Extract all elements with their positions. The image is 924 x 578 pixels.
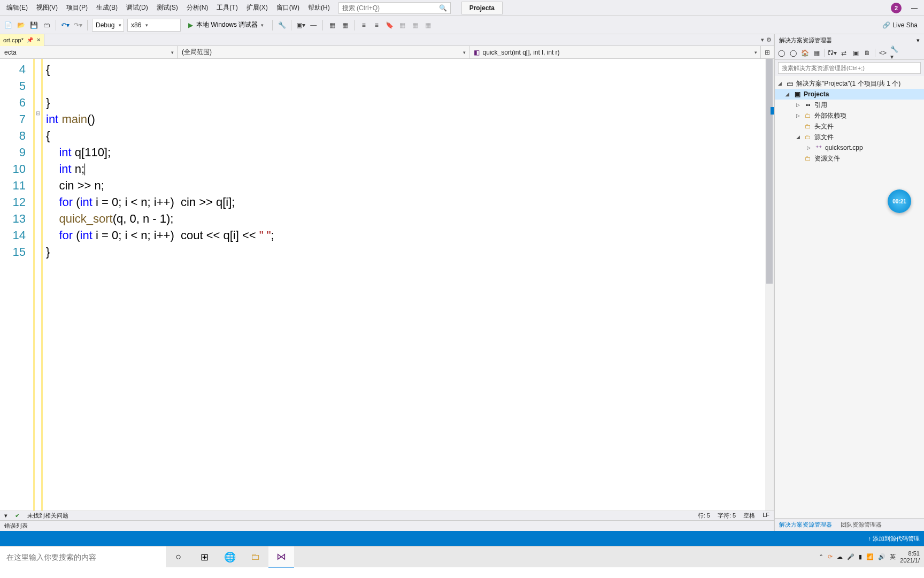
function-icon: ◧ (474, 49, 480, 56)
close-tab-icon[interactable]: ✕ (36, 37, 41, 43)
live-share-button[interactable]: 🔗 Live Sha (882, 21, 921, 29)
view-code-icon[interactable]: <> (879, 49, 887, 57)
tab-team-explorer[interactable]: 团队资源管理器 (836, 519, 886, 531)
refresh-icon[interactable]: 🗘▾ (828, 49, 836, 57)
save-all-icon[interactable]: 🗃 (42, 20, 51, 30)
add-source-control-button[interactable]: ↑ 添加到源代码管理 (868, 535, 920, 543)
nav-project-combo[interactable]: ecta (0, 46, 178, 58)
tray-volume-icon[interactable]: 🔊 (878, 553, 886, 560)
uncomment-icon[interactable]: ▦ (340, 20, 350, 30)
code-content[interactable]: { }int main(){ int q[110]; int n;⎸ cin >… (43, 59, 774, 511)
menu-item[interactable]: 窗口(W) (272, 1, 304, 14)
col-indicator[interactable]: 字符: 5 (718, 512, 736, 520)
undo-icon[interactable]: ↶▾ (60, 20, 70, 30)
eol-indicator[interactable]: LF (763, 512, 769, 520)
tray-battery-icon[interactable]: ▮ (859, 553, 862, 560)
tool-icon-1[interactable]: 🔧 (277, 20, 287, 30)
code-editor[interactable]: 456789101112131415 ⊟ { }int main(){ int … (0, 59, 774, 511)
error-list-tab[interactable]: 错误列表 (0, 520, 774, 531)
nav-scope-combo[interactable]: (全局范围) (178, 46, 469, 58)
collapse-icon[interactable]: ⊟ (36, 110, 40, 116)
clock[interactable]: 8:51 2021/1/ (900, 550, 920, 564)
tray-sync-icon[interactable]: ⟳ (828, 553, 833, 560)
dropdown-indicator[interactable]: ▾ (4, 512, 7, 519)
tree-file-node[interactable]: ▷⁺⁺quicksort.cpp (775, 142, 924, 153)
menu-item[interactable]: 项目(P) (62, 1, 92, 14)
pin-icon[interactable]: 📌 (27, 37, 33, 43)
task-view-icon[interactable]: ⊞ (191, 546, 217, 568)
visual-studio-icon[interactable]: ⋈ (268, 546, 294, 568)
menu-item[interactable]: 测试(S) (152, 1, 182, 14)
open-icon[interactable]: 📂 (16, 20, 26, 30)
save-icon[interactable]: 💾 (29, 20, 38, 30)
sync-icon[interactable]: ▦ (812, 49, 821, 57)
tray-wifi-icon[interactable]: 📶 (866, 553, 874, 560)
menu-item[interactable]: 编辑(E) (2, 1, 32, 14)
wrench-icon[interactable]: 🔧▾ (890, 49, 899, 57)
home-icon[interactable]: 🏠 (800, 49, 809, 57)
tray-cloud-icon[interactable]: ☁ (837, 553, 843, 560)
play-icon: ▶ (188, 21, 193, 29)
minimize-button[interactable]: — (911, 4, 918, 12)
tab-settings-icon[interactable]: ⚙ (766, 36, 772, 43)
split-editor-button[interactable]: ⊞ (761, 46, 774, 58)
properties-icon[interactable]: 🗎 (863, 49, 872, 57)
back-icon[interactable]: ◯ (777, 49, 786, 57)
cortana-icon[interactable]: ○ (166, 546, 191, 568)
tree-solution-node[interactable]: ◢🗃解决方案"Projecta"(1 个项目/共 1 个) (775, 78, 924, 89)
ime-indicator[interactable]: 英 (890, 553, 896, 561)
panel-menu-icon[interactable]: ▾ (917, 37, 920, 44)
tree-headers-node[interactable]: 🗀头文件 (775, 121, 924, 132)
show-all-icon[interactable]: ▣ (851, 49, 860, 57)
tool-icon-3[interactable]: — (309, 20, 318, 30)
start-debug-button[interactable]: ▶ 本地 Windows 调试器 ▾ (184, 19, 268, 32)
tab-solution-explorer[interactable]: 解决方案资源管理器 (775, 519, 836, 531)
tree-resources-node[interactable]: 🗀资源文件 (775, 153, 924, 164)
ide-status-bar: ↑ 添加到源代码管理 (0, 531, 924, 546)
vertical-scrollbar[interactable] (765, 59, 774, 511)
global-search[interactable]: 🔍 (338, 2, 451, 14)
menu-item[interactable]: 分析(N) (182, 1, 213, 14)
platform-combo[interactable]: x86 (127, 19, 181, 32)
redo-icon[interactable]: ↷▾ (73, 20, 83, 30)
avatar[interactable]: 2 (891, 3, 902, 13)
indent-icon[interactable]: ≡ (359, 20, 368, 30)
line-indicator[interactable]: 行: 5 (698, 512, 710, 520)
tree-external-deps-node[interactable]: ▷🗀外部依赖项 (775, 110, 924, 121)
comment-icon[interactable]: ▦ (327, 20, 337, 30)
menu-item[interactable]: 工具(T) (212, 1, 242, 14)
tool-icon-4[interactable]: ▦ (397, 20, 407, 30)
forward-icon[interactable]: ◯ (789, 49, 797, 57)
project-selector[interactable]: Projecta (461, 2, 503, 14)
collapse-all-icon[interactable]: ⇄ (840, 49, 848, 57)
solution-search-input[interactable] (778, 62, 921, 74)
tree-project-node[interactable]: ◢▣Projecta (775, 89, 924, 100)
bookmark-icon[interactable]: 🔖 (384, 20, 394, 30)
tool-icon-6[interactable]: ▦ (423, 20, 433, 30)
outdent-icon[interactable]: ≡ (372, 20, 381, 30)
explorer-icon[interactable]: 🗀 (243, 546, 268, 568)
menu-item[interactable]: 生成(B) (92, 1, 122, 14)
file-tab[interactable]: ort.cpp* 📌 ✕ (0, 34, 44, 46)
tree-sources-node[interactable]: ◢🗀源文件 (775, 132, 924, 142)
menu-item[interactable]: 帮助(H) (304, 1, 334, 14)
tray-chevron-icon[interactable]: ⌃ (819, 553, 823, 560)
solution-explorer-panel: 解决方案资源管理器 ▾ ◯ ◯ 🏠 ▦ 🗘▾ ⇄ ▣ 🗎 <> 🔧▾ ◢🗃解决方… (774, 34, 924, 531)
menu-item[interactable]: 扩展(X) (242, 1, 272, 14)
global-search-input[interactable] (342, 4, 447, 12)
tool-icon-2[interactable]: ▣▾ (296, 20, 305, 30)
tab-overflow-icon[interactable]: ▾ (761, 36, 764, 43)
tree-references-node[interactable]: ▷▪▪引用 (775, 100, 924, 110)
live-share-icon: 🔗 (882, 21, 890, 29)
menu-item[interactable]: 调试(D) (122, 1, 152, 14)
solution-tree[interactable]: ◢🗃解决方案"Projecta"(1 个项目/共 1 个) ◢▣Projecta… (775, 76, 924, 518)
tray-mic-icon[interactable]: 🎤 (847, 553, 854, 560)
menu-item[interactable]: 视图(V) (32, 1, 62, 14)
tool-icon-5[interactable]: ▦ (410, 20, 420, 30)
nav-function-combo[interactable]: ◧ quick_sort(int q[], int l, int r) (469, 46, 761, 58)
spaces-indicator[interactable]: 空格 (743, 512, 755, 520)
config-combo[interactable]: Debug (92, 19, 124, 32)
windows-search-input[interactable] (0, 546, 166, 568)
new-project-icon[interactable]: 📄 (3, 20, 13, 30)
edge-icon[interactable]: 🌐 (217, 546, 243, 568)
